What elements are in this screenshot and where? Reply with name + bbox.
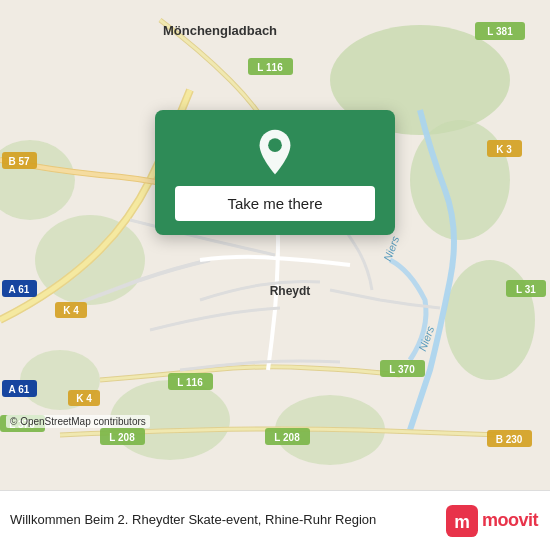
take-me-there-button[interactable]: Take me there bbox=[175, 186, 375, 221]
moovit-logo: m moovit bbox=[446, 505, 538, 537]
bottom-bar: Willkommen Beim 2. Rheydter Skate-event,… bbox=[0, 490, 550, 550]
svg-text:K 4: K 4 bbox=[76, 393, 92, 404]
event-title: Willkommen Beim 2. Rheydter Skate-event,… bbox=[10, 512, 446, 529]
svg-text:Mönchengladbach: Mönchengladbach bbox=[163, 23, 277, 38]
svg-text:K 4: K 4 bbox=[63, 305, 79, 316]
svg-text:L 208: L 208 bbox=[274, 432, 300, 443]
svg-text:L 381: L 381 bbox=[487, 26, 513, 37]
map-container: L 381 L 116 B 57 K 3 A 61 A 61 K 4 K 4 L… bbox=[0, 0, 550, 490]
svg-text:A 61: A 61 bbox=[9, 384, 30, 395]
svg-text:B 57: B 57 bbox=[8, 156, 30, 167]
svg-text:L 208: L 208 bbox=[109, 432, 135, 443]
map-card: Take me there bbox=[155, 110, 395, 235]
svg-text:L 370: L 370 bbox=[389, 364, 415, 375]
svg-text:L 116: L 116 bbox=[177, 377, 203, 388]
location-pin-icon bbox=[251, 128, 299, 176]
svg-text:A 61: A 61 bbox=[9, 284, 30, 295]
moovit-icon: m bbox=[446, 505, 478, 537]
svg-text:B 230: B 230 bbox=[496, 434, 523, 445]
osm-credit: © OpenStreetMap contributors bbox=[6, 415, 150, 428]
svg-text:K 3: K 3 bbox=[496, 144, 512, 155]
svg-text:L 116: L 116 bbox=[257, 62, 283, 73]
svg-text:L 31: L 31 bbox=[516, 284, 536, 295]
svg-text:m: m bbox=[454, 512, 470, 532]
moovit-wordmark: moovit bbox=[482, 510, 538, 531]
svg-text:Rheydt: Rheydt bbox=[270, 284, 311, 298]
svg-point-43 bbox=[268, 138, 282, 152]
svg-point-3 bbox=[445, 260, 535, 380]
